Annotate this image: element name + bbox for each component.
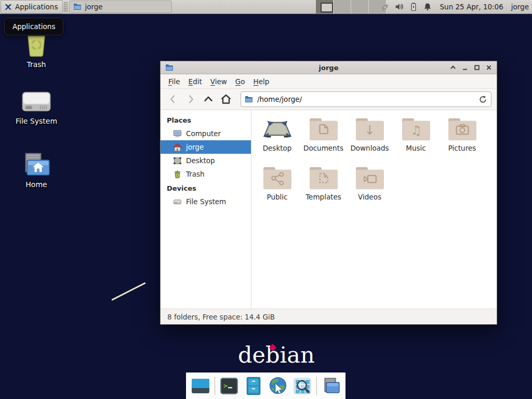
desktop-icon-label: File System: [16, 117, 57, 125]
shade-button[interactable]: [449, 64, 457, 71]
music-folder-icon: ♫: [402, 116, 431, 141]
panel-tray: Sun 25 Apr, 10:06 jorge: [381, 0, 529, 14]
applications-tooltip: Applications: [4, 18, 63, 35]
drive-icon: [173, 197, 182, 206]
templates-folder-icon: [309, 165, 338, 190]
bottom-dock: >: [186, 373, 345, 399]
forward-button[interactable]: [183, 92, 198, 106]
network-icon[interactable]: [381, 2, 390, 11]
debian-logo: debian: [238, 344, 315, 366]
back-button[interactable]: [166, 92, 180, 106]
dock-separator: [215, 377, 215, 395]
window-titlebar[interactable]: jorge: [161, 61, 497, 74]
battery-icon[interactable]: [409, 2, 418, 11]
reload-icon[interactable]: [478, 95, 487, 104]
folder-icon: [73, 3, 82, 11]
sidebar-item-label: Desktop: [186, 156, 215, 165]
desktop-place-icon: [173, 156, 182, 165]
menubar: File Edit View Go Help: [161, 74, 497, 89]
music-notes-glyph: ♫: [410, 123, 421, 138]
workspace-2[interactable]: [334, 0, 351, 14]
file-label: Desktop: [263, 144, 292, 152]
bell-icon[interactable]: [423, 2, 432, 11]
app-finder-icon[interactable]: [292, 376, 313, 396]
applications-menu-button[interactable]: Applications: [1, 0, 63, 14]
sidebar-item-label: Computer: [186, 129, 221, 138]
file-item-downloads[interactable]: ↓ Downloads: [347, 116, 393, 165]
sidebar-item-filesystem[interactable]: File System: [161, 195, 251, 208]
location-folder-icon: [245, 95, 253, 103]
file-item-documents[interactable]: Documents: [300, 116, 347, 165]
panel-clock[interactable]: Sun 25 Apr, 10:06: [440, 3, 503, 11]
sidebar-item-jorge[interactable]: jorge: [161, 140, 251, 154]
web-browser-icon[interactable]: [268, 376, 288, 396]
user-desktop-icon: [263, 116, 292, 141]
menu-file[interactable]: File: [164, 75, 184, 88]
sidebar-item-desktop[interactable]: Desktop: [161, 154, 251, 167]
public-folder-icon: [263, 165, 292, 190]
documents-folder-icon: [309, 116, 338, 141]
sidebar-item-label: Trash: [186, 170, 205, 178]
volume-icon[interactable]: [395, 2, 404, 11]
folder-launcher-icon[interactable]: [321, 376, 341, 396]
workspace-window-preview: [321, 3, 333, 12]
maximize-button[interactable]: [473, 64, 481, 71]
trash-place-icon: [173, 170, 182, 179]
file-label: Documents: [303, 144, 343, 152]
window-title: jorge: [161, 64, 497, 72]
terminal-icon[interactable]: >: [219, 376, 240, 396]
debian-logo-text: debian: [238, 342, 315, 368]
desktop-icon-filesystem[interactable]: File System: [7, 89, 65, 125]
home-button[interactable]: [219, 92, 233, 106]
sidebar-item-computer[interactable]: Computer: [161, 127, 251, 140]
file-item-templates[interactable]: Templates: [300, 165, 347, 214]
videos-folder-icon: [355, 165, 384, 190]
svg-text:>: >: [223, 382, 228, 390]
file-label: Templates: [305, 193, 341, 201]
pictures-folder-icon: [448, 116, 477, 141]
file-item-music[interactable]: ♫ Music: [393, 116, 439, 165]
file-item-desktop[interactable]: Desktop: [254, 116, 300, 165]
close-button[interactable]: [485, 64, 493, 71]
taskbar-window-button[interactable]: jorge: [69, 1, 172, 13]
location-input[interactable]: [256, 95, 478, 104]
panel-username[interactable]: jorge: [511, 3, 529, 11]
file-label: Pictures: [448, 144, 476, 152]
up-button[interactable]: [201, 92, 216, 106]
panel-handle[interactable]: [64, 2, 68, 11]
file-label: Public: [267, 193, 288, 201]
window-body: Places Computer: [161, 110, 497, 309]
xfce-logo-icon: [4, 3, 12, 11]
downloads-folder-icon: ↓: [355, 116, 384, 141]
menu-edit[interactable]: Edit: [184, 75, 206, 88]
menu-help[interactable]: Help: [249, 75, 274, 88]
file-manager-window: jorge File Edit View Go: [160, 61, 497, 325]
minimize-button[interactable]: [461, 64, 469, 71]
sidebar: Places Computer: [161, 110, 251, 309]
hard-drive-icon: [21, 89, 51, 114]
dock-separator: [316, 377, 317, 395]
show-desktop-icon[interactable]: [190, 376, 211, 396]
download-arrow-glyph: ↓: [364, 123, 375, 138]
sidebar-item-trash[interactable]: Trash: [161, 167, 251, 181]
file-label: Videos: [358, 193, 381, 201]
menu-view[interactable]: View: [206, 75, 231, 88]
computer-icon: [173, 129, 182, 138]
file-label: Downloads: [350, 144, 389, 152]
window-controls: [449, 64, 493, 71]
taskbar-window-label: jorge: [85, 3, 102, 11]
menu-go[interactable]: Go: [231, 75, 249, 88]
location-bar[interactable]: [241, 91, 491, 107]
file-item-videos[interactable]: Videos: [347, 165, 393, 214]
toolbar: [161, 89, 497, 110]
top-panel: Applications jorge: [0, 0, 532, 14]
status-text: 8 folders, Free space: 14.4 GiB: [167, 313, 275, 321]
file-item-pictures[interactable]: Pictures: [439, 116, 485, 165]
desktop-icon-home[interactable]: Home: [7, 152, 65, 189]
file-cabinet-icon[interactable]: [243, 376, 264, 396]
wallpaper-line-decoration: [111, 282, 145, 301]
file-label: Music: [406, 144, 425, 152]
file-item-public[interactable]: Public: [254, 165, 300, 214]
workspace-1[interactable]: [316, 0, 334, 14]
workspace-3[interactable]: [351, 0, 369, 14]
